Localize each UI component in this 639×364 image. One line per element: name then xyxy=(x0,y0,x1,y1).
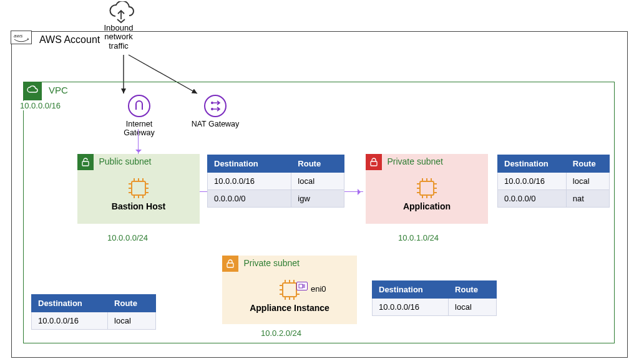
ec2-instance-icon xyxy=(415,176,439,200)
private-subnet-appliance: Private subnet eni0 Appliance Instance xyxy=(222,256,357,324)
private-subnet-appliance-cidr: 10.0.2.0/24 xyxy=(261,328,301,338)
vpc-title: VPC xyxy=(49,85,68,95)
aws-account-label: AWS Account xyxy=(39,34,100,46)
nat-gateway-icon xyxy=(204,95,227,117)
rt-header-route: Route xyxy=(108,295,156,312)
diagram-canvas: Inbound network traffic aws AWS Account … xyxy=(0,0,639,364)
svg-point-3 xyxy=(211,102,213,104)
svg-rect-20 xyxy=(420,181,434,195)
rt-header-dest: Destination xyxy=(373,281,449,299)
rt-header-dest: Destination xyxy=(32,295,108,312)
table-row: 10.0.0.0/16local xyxy=(32,312,156,330)
rt-header-dest: Destination xyxy=(208,155,291,173)
public-subnet-title: Public subnet xyxy=(99,156,151,166)
eni-icon xyxy=(296,282,308,290)
lock-closed-icon xyxy=(222,256,238,272)
appliance-instance-label: Appliance Instance xyxy=(222,303,357,313)
ec2-instance-icon xyxy=(127,176,150,200)
table-row: 10.0.0.0/16local xyxy=(208,173,344,190)
internet-gateway: Internet Gateway xyxy=(111,95,167,137)
svg-rect-5 xyxy=(82,161,89,166)
lock-open-icon xyxy=(77,154,94,170)
private-subnet-appliance-title: Private subnet xyxy=(243,258,300,268)
bastion-host-label: Bastion Host xyxy=(77,201,200,211)
svg-rect-33 xyxy=(227,263,233,267)
svg-rect-47 xyxy=(299,284,303,288)
svg-point-4 xyxy=(211,108,213,110)
application-label: Application xyxy=(366,201,488,211)
nat-gateway: NAT Gateway xyxy=(187,95,243,128)
table-row: 10.0.0.0/16local xyxy=(498,173,610,190)
svg-rect-6 xyxy=(132,181,145,195)
rt-header-route: Route xyxy=(449,281,497,299)
route-table-private: DestinationRoute 10.0.0.0/16local 0.0.0.… xyxy=(497,155,610,208)
aws-account-container: aws AWS Account VPC 10.0.0.0/16 Internet… xyxy=(11,31,628,358)
vpc-badge-icon xyxy=(23,82,42,100)
table-row: 0.0.0.0/0nat xyxy=(498,190,610,208)
rt-header-route: Route xyxy=(566,155,609,173)
svg-rect-34 xyxy=(283,283,296,297)
aws-logo-icon: aws xyxy=(11,31,32,44)
route-table-extra: DestinationRoute 10.0.0.0/16local xyxy=(31,294,156,330)
internet-gateway-icon xyxy=(128,95,150,117)
inbound-cloud-icon xyxy=(106,1,136,26)
lock-closed-icon xyxy=(366,154,382,170)
rt-header-route: Route xyxy=(291,155,344,173)
svg-rect-19 xyxy=(371,161,377,166)
eni-label: eni0 xyxy=(311,284,326,294)
vpc-cidr: 10.0.0.0/16 xyxy=(19,101,62,110)
table-row: 0.0.0.0/0igw xyxy=(208,190,344,208)
private-subnet-app: Private subnet Application xyxy=(366,154,488,224)
route-table-appliance: DestinationRoute 10.0.0.0/16local xyxy=(372,280,497,316)
vpc-container: VPC 10.0.0.0/16 Internet Gateway NAT Gat… xyxy=(23,82,615,343)
arrow-igw-to-bastion xyxy=(138,129,139,155)
public-subnet: Public subnet Bastion Host xyxy=(77,154,200,224)
public-subnet-cidr: 10.0.0.0/24 xyxy=(107,233,148,242)
internet-gateway-label: Internet Gateway xyxy=(111,120,167,137)
nat-gateway-label: NAT Gateway xyxy=(187,120,243,128)
route-table-public: DestinationRoute 10.0.0.0/16local 0.0.0.… xyxy=(207,155,344,208)
table-row: 10.0.0.0/16local xyxy=(373,299,497,316)
rt-header-dest: Destination xyxy=(498,155,567,173)
ec2-instance-icon xyxy=(278,278,301,302)
private-subnet-app-cidr: 10.0.1.0/24 xyxy=(398,233,439,242)
svg-text:aws: aws xyxy=(14,33,22,39)
private-subnet-app-title: Private subnet xyxy=(387,156,443,166)
